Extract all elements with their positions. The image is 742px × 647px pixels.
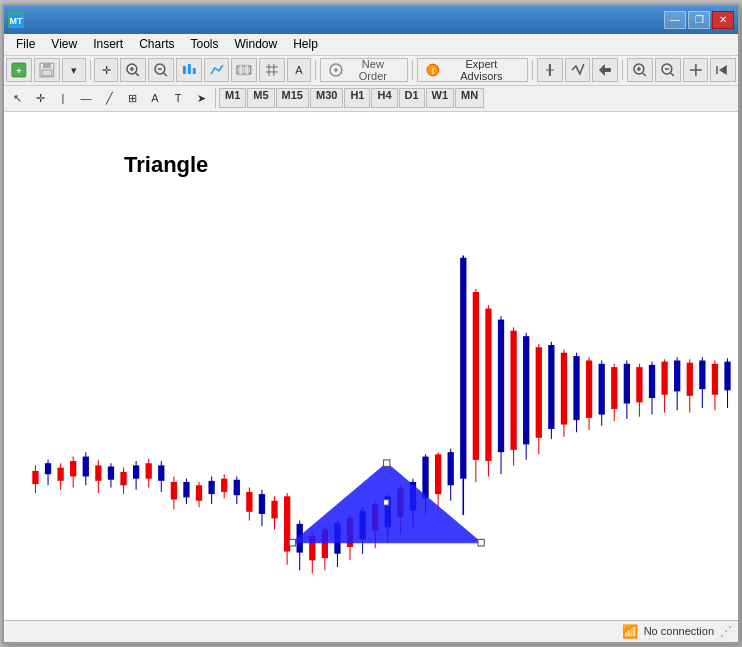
chart-title: Triangle xyxy=(124,152,208,178)
svg-rect-148 xyxy=(687,362,693,395)
text-label-tool[interactable]: T xyxy=(167,87,189,109)
scroll-end-button[interactable] xyxy=(710,58,736,82)
svg-rect-134 xyxy=(599,363,605,414)
arrow-left-button[interactable] xyxy=(592,58,618,82)
app-icon: MT xyxy=(8,12,24,28)
connection-status: No connection xyxy=(644,625,714,637)
svg-rect-118 xyxy=(498,319,504,452)
svg-line-8 xyxy=(136,72,139,75)
separator-2 xyxy=(315,60,316,80)
timeframe-d1[interactable]: D1 xyxy=(399,88,425,108)
menu-window[interactable]: Window xyxy=(227,35,286,53)
main-window: MT — ❐ ✕ File View Insert Charts Tools W… xyxy=(2,4,740,644)
menu-charts[interactable]: Charts xyxy=(131,35,182,53)
svg-rect-46 xyxy=(45,463,51,474)
svg-text:+: + xyxy=(16,66,21,76)
menu-view[interactable]: View xyxy=(43,35,85,53)
crosshair-tool[interactable]: ✛ xyxy=(29,87,51,109)
history-button[interactable] xyxy=(683,58,709,82)
svg-rect-19 xyxy=(245,65,249,75)
svg-rect-106 xyxy=(422,456,428,498)
toolbar-main: + ▾ ✛ A New Order xyxy=(4,56,738,86)
timeframe-mn[interactable]: MN xyxy=(455,88,484,108)
chart-area[interactable]: Triangle xyxy=(4,112,738,620)
separator-3 xyxy=(412,60,413,80)
menu-help[interactable]: Help xyxy=(285,35,326,53)
svg-line-32 xyxy=(643,73,646,76)
svg-rect-16 xyxy=(193,68,196,74)
svg-rect-120 xyxy=(510,330,516,449)
svg-rect-140 xyxy=(636,367,642,402)
gann-tool[interactable]: ⊞ xyxy=(121,87,143,109)
restore-button[interactable]: ❐ xyxy=(688,11,710,29)
svg-rect-150 xyxy=(699,360,705,389)
title-bar-left: MT xyxy=(8,12,24,28)
svg-rect-58 xyxy=(120,472,126,485)
svg-rect-5 xyxy=(43,63,51,68)
auto-scroll-button[interactable]: A xyxy=(287,58,311,82)
toolbar-drawing: ↖ ✛ | — ╱ ⊞ A T ➤ M1 M5 M15 M30 H1 H4 D1… xyxy=(4,86,738,112)
svg-rect-126 xyxy=(548,345,554,429)
select-tool[interactable]: ↖ xyxy=(6,87,28,109)
tick-button[interactable] xyxy=(565,58,591,82)
svg-rect-116 xyxy=(485,308,491,460)
svg-rect-130 xyxy=(573,356,579,420)
zoom-in-button[interactable] xyxy=(120,58,146,82)
separator-4 xyxy=(532,60,533,80)
zoom-out-button[interactable] xyxy=(148,58,174,82)
svg-rect-68 xyxy=(183,481,189,496)
svg-rect-15 xyxy=(188,64,191,74)
timeframe-m1[interactable]: M1 xyxy=(219,88,246,108)
menu-file[interactable]: File xyxy=(8,35,43,53)
svg-rect-128 xyxy=(561,352,567,424)
menu-tools[interactable]: Tools xyxy=(183,35,227,53)
crosshair-button[interactable]: ✛ xyxy=(94,58,118,82)
svg-rect-132 xyxy=(586,360,592,417)
svg-rect-18 xyxy=(239,65,243,75)
timeframe-m30[interactable]: M30 xyxy=(310,88,343,108)
new-order-label: New Order xyxy=(347,58,399,82)
text-tool[interactable]: A xyxy=(144,87,166,109)
svg-rect-124 xyxy=(536,347,542,438)
svg-rect-138 xyxy=(624,363,630,403)
timeframe-m5[interactable]: M5 xyxy=(247,88,274,108)
trend-line-tool[interactable]: ╱ xyxy=(98,87,120,109)
magnify-plus-button[interactable] xyxy=(627,58,653,82)
status-bar: 📶 No connection ⋰ xyxy=(4,620,738,642)
svg-rect-158 xyxy=(478,539,484,546)
svg-rect-72 xyxy=(208,480,214,493)
vertical-line-tool[interactable]: | xyxy=(52,87,74,109)
new-chart-button[interactable]: + xyxy=(6,58,32,82)
window-controls: — ❐ ✕ xyxy=(664,11,734,29)
expert-advisors-label: Expert Advisors xyxy=(444,58,519,82)
horizontal-line-tool[interactable]: — xyxy=(75,87,97,109)
svg-rect-50 xyxy=(70,460,76,475)
expert-advisors-button[interactable]: ! Expert Advisors xyxy=(417,58,528,82)
dropdown-arrow[interactable]: ▾ xyxy=(62,58,86,82)
title-bar: MT — ❐ ✕ xyxy=(4,6,738,34)
timeframe-w1[interactable]: W1 xyxy=(426,88,455,108)
timeframe-h4[interactable]: H4 xyxy=(371,88,397,108)
line-chart-button[interactable] xyxy=(204,58,230,82)
chart-type-button[interactable] xyxy=(176,58,202,82)
menu-bar: File View Insert Charts Tools Window Hel… xyxy=(4,34,738,56)
svg-rect-44 xyxy=(32,470,38,483)
grid-button[interactable] xyxy=(259,58,285,82)
svg-rect-76 xyxy=(234,479,240,494)
svg-rect-142 xyxy=(649,364,655,397)
timeframe-h1[interactable]: H1 xyxy=(344,88,370,108)
arrow-tool[interactable]: ➤ xyxy=(190,87,212,109)
period-sep-button[interactable] xyxy=(231,58,257,82)
close-button[interactable]: ✕ xyxy=(712,11,734,29)
new-order-button[interactable]: New Order xyxy=(320,58,408,82)
save-button[interactable] xyxy=(34,58,60,82)
svg-rect-78 xyxy=(246,491,252,511)
svg-line-12 xyxy=(164,72,167,75)
magnify-minus-button[interactable] xyxy=(655,58,681,82)
menu-insert[interactable]: Insert xyxy=(85,35,131,53)
period-button[interactable] xyxy=(537,58,563,82)
svg-rect-70 xyxy=(196,485,202,500)
svg-text:!: ! xyxy=(431,66,434,76)
minimize-button[interactable]: — xyxy=(664,11,686,29)
timeframe-m15[interactable]: M15 xyxy=(276,88,309,108)
